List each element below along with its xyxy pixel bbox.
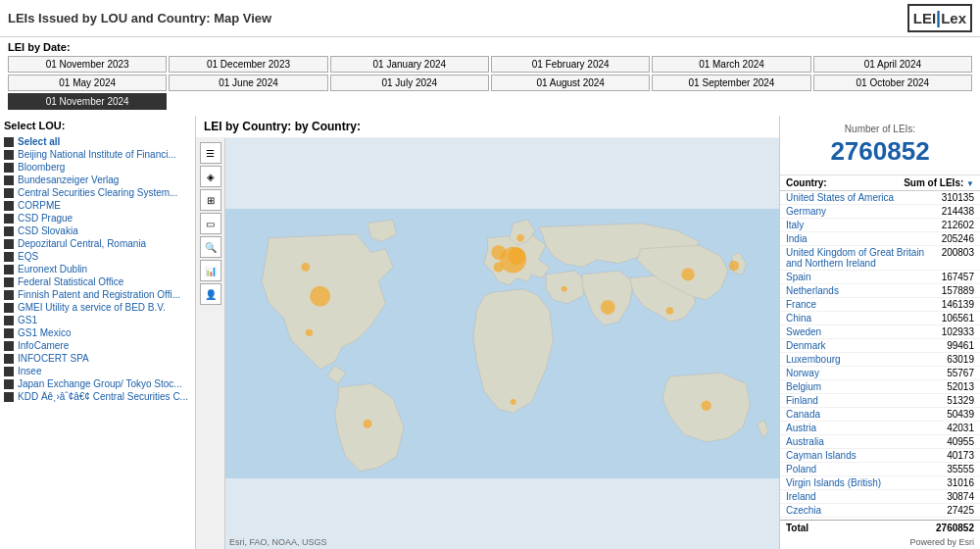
lou-checkbox[interactable] xyxy=(4,226,14,236)
lou-item[interactable]: CSD Prague xyxy=(4,212,191,225)
lou-item[interactable]: Finnish Patent and Registration Offi... xyxy=(4,288,191,301)
map-wrapper: ☰ ◈ ⊞ ▭ 🔍 📊 👤 xyxy=(196,138,779,549)
table-row[interactable]: Sweden102933 xyxy=(780,325,980,339)
lou-checkbox[interactable] xyxy=(4,316,14,325)
table-row[interactable]: Austria42031 xyxy=(780,422,980,435)
hamburger-icon[interactable]: ☰ xyxy=(200,142,221,164)
lou-item[interactable]: EQS xyxy=(4,250,191,263)
user-icon[interactable]: 👤 xyxy=(200,283,221,305)
date-button[interactable]: 01 November 2024 xyxy=(8,93,167,110)
lou-item[interactable]: INFOCERT SPA xyxy=(4,352,191,365)
lou-checkbox[interactable] xyxy=(4,175,14,185)
country-count: 102933 xyxy=(925,326,974,337)
lou-item[interactable]: GS1 xyxy=(4,314,191,326)
lou-item[interactable]: CSD Slovakia xyxy=(4,225,191,237)
date-button[interactable]: 01 January 2024 xyxy=(330,56,489,73)
lou-item[interactable]: InfoCamere xyxy=(4,339,191,352)
table-row[interactable]: China106561 xyxy=(780,312,980,325)
table-row[interactable]: Spain167457 xyxy=(780,271,980,284)
lou-checkbox[interactable] xyxy=(4,265,14,274)
lou-item[interactable]: Select all xyxy=(4,135,191,148)
table-row[interactable]: Italy212602 xyxy=(780,219,980,232)
lou-checkbox[interactable] xyxy=(4,150,14,160)
lou-checkbox[interactable] xyxy=(4,303,14,313)
total-label: Total xyxy=(786,523,808,533)
date-button[interactable]: 01 October 2024 xyxy=(813,75,972,91)
table-row[interactable]: Germany214438 xyxy=(780,205,980,219)
lou-checkbox[interactable] xyxy=(4,188,14,198)
lou-item[interactable]: Central Securities Clearing System... xyxy=(4,186,191,199)
lou-item[interactable]: Euronext Dublin xyxy=(4,263,191,275)
lou-checkbox[interactable] xyxy=(4,367,14,376)
lou-checkbox[interactable] xyxy=(4,214,14,224)
table-row[interactable]: India205246 xyxy=(780,232,980,246)
date-button[interactable]: 01 June 2024 xyxy=(169,75,327,91)
table-row[interactable]: Netherlands157889 xyxy=(780,284,980,298)
lou-item[interactable]: Bundesanzeiger Verlag xyxy=(4,174,191,186)
lou-checkbox[interactable] xyxy=(4,341,14,351)
rectangle-icon[interactable]: ▭ xyxy=(200,213,221,234)
lou-checkbox[interactable] xyxy=(4,163,14,173)
grid-icon[interactable]: ⊞ xyxy=(200,189,221,211)
table-row[interactable]: Virgin Islands (British)31016 xyxy=(780,476,980,490)
table-row[interactable]: Australia40955 xyxy=(780,435,980,449)
lou-item[interactable]: Bloomberg xyxy=(4,161,191,174)
lou-item[interactable]: KDD Âê¸›âˆ¢â€¢ Central Securities C... xyxy=(4,390,191,403)
date-button[interactable]: 01 February 2024 xyxy=(491,56,650,73)
map-center: LEI by Country: by Country: ☰ ◈ ⊞ ▭ 🔍 📊 … xyxy=(196,116,779,549)
table-row[interactable]: Finland51329 xyxy=(780,394,980,408)
map-dot-china xyxy=(681,268,694,280)
date-button[interactable]: 01 December 2023 xyxy=(169,56,327,73)
lou-checkbox[interactable] xyxy=(4,379,14,389)
date-button[interactable]: 01 August 2024 xyxy=(491,75,650,91)
table-row[interactable]: Czechia27425 xyxy=(780,504,980,518)
date-button[interactable]: 01 November 2023 xyxy=(8,56,167,73)
lou-checkbox[interactable] xyxy=(4,290,14,300)
lou-checkbox[interactable] xyxy=(4,239,14,249)
table-row[interactable]: Norway55767 xyxy=(780,367,980,380)
table-row[interactable]: Denmark99461 xyxy=(780,339,980,353)
lou-checkbox[interactable] xyxy=(4,252,14,262)
lou-item[interactable]: Federal Statistical Office xyxy=(4,275,191,288)
lou-checkbox[interactable] xyxy=(4,201,14,211)
table-row[interactable]: Ireland30874 xyxy=(780,490,980,504)
country-name: Canada xyxy=(786,409,925,420)
table-row[interactable]: Cayman Islands40173 xyxy=(780,449,980,463)
table-row[interactable]: Luxembourg63019 xyxy=(780,353,980,367)
chart-icon[interactable]: 📊 xyxy=(200,260,221,281)
country-count: 146139 xyxy=(925,299,974,310)
lou-item[interactable]: Japan Exchange Group/ Tokyo Stoc... xyxy=(4,377,191,390)
lou-item[interactable]: Beijing National Institute of Financi... xyxy=(4,148,191,161)
date-button[interactable]: 01 March 2024 xyxy=(652,56,810,73)
date-button[interactable]: 01 April 2024 xyxy=(813,56,972,73)
search-icon[interactable]: 🔍 xyxy=(200,236,221,258)
date-button[interactable]: 01 July 2024 xyxy=(330,75,489,91)
country-name: Australia xyxy=(786,436,925,447)
lou-checkbox[interactable] xyxy=(4,137,14,147)
lou-item[interactable]: CORPME xyxy=(4,199,191,212)
col-sum: Sum of LEIs: ▼ xyxy=(904,177,974,188)
table-row[interactable]: United Kingdom of Great Britain and Nort… xyxy=(780,246,980,271)
sort-arrow: ▼ xyxy=(966,179,974,188)
lou-item[interactable]: Depozitarul Central, Romania xyxy=(4,237,191,250)
map-attribution: Esri, FAO, NOAA, USGS xyxy=(229,537,327,547)
table-row[interactable]: Canada50439 xyxy=(780,408,980,422)
country-count: 205246 xyxy=(925,233,974,244)
table-row[interactable]: Poland35555 xyxy=(780,463,980,476)
lou-checkbox[interactable] xyxy=(4,392,14,402)
lou-name: CSD Slovakia xyxy=(18,225,78,236)
stats-panel: Number of LEIs: 2760852 Country: Sum of … xyxy=(779,116,980,549)
lou-checkbox[interactable] xyxy=(4,354,14,364)
layers-icon[interactable]: ◈ xyxy=(200,166,221,187)
table-row[interactable]: Belgium52013 xyxy=(780,380,980,394)
lou-checkbox[interactable] xyxy=(4,277,14,287)
date-button[interactable]: 01 September 2024 xyxy=(652,75,810,91)
lou-item[interactable]: GS1 Mexico xyxy=(4,326,191,339)
date-button[interactable]: 01 May 2024 xyxy=(8,75,167,91)
country-name: Sweden xyxy=(786,326,925,337)
table-row[interactable]: France146139 xyxy=(780,298,980,312)
lou-item[interactable]: Insee xyxy=(4,365,191,377)
table-row[interactable]: United States of America310135 xyxy=(780,191,980,205)
lou-checkbox[interactable] xyxy=(4,328,14,338)
lou-item[interactable]: GMEI Utility a service of BED B.V. xyxy=(4,301,191,314)
